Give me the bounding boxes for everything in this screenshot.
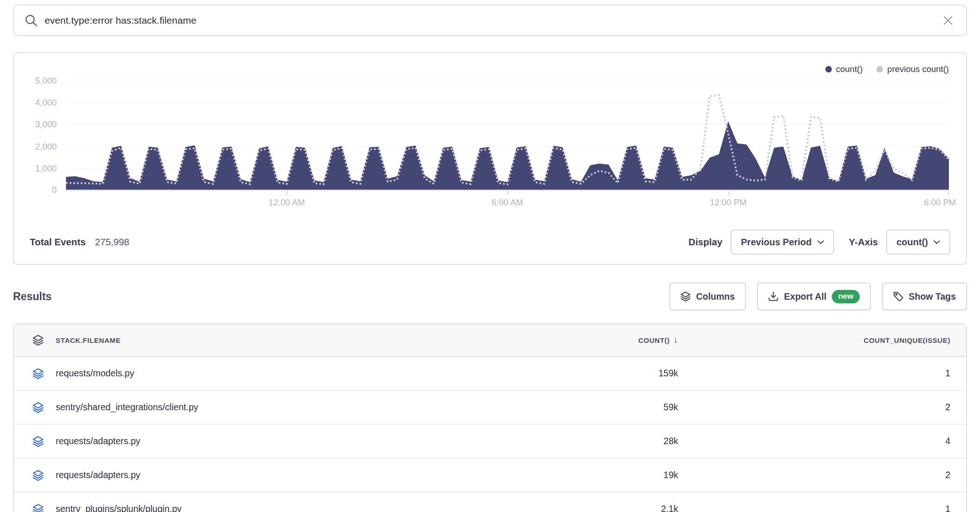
x-axis-tickmark [508, 191, 509, 195]
count-series-area [66, 121, 949, 190]
tag-icon [893, 291, 903, 302]
chart-plot-area[interactable]: 5,000 4,000 3,000 2,000 1,000 0 12:00 AM… [66, 73, 949, 190]
sort-desc-icon: ↓ [673, 335, 678, 345]
y-axis-label: Y-Axis [849, 236, 878, 248]
x-axis-tickmark [948, 191, 949, 195]
y-axis-tick: 3,000 [14, 119, 57, 130]
layers-icon [33, 335, 44, 346]
table-header-row: STACK.FILENAME COUNT()↓ COUNT_UNIQUE(ISS… [14, 324, 966, 357]
y-axis-tick: 0 [14, 185, 57, 195]
layers-icon [33, 368, 44, 379]
x-axis-line [66, 190, 949, 190]
column-header-stack-filename[interactable]: STACK.FILENAME [56, 336, 520, 344]
stack-filename-cell: requests/adapters.py [56, 436, 520, 446]
results-title: Results [13, 290, 52, 303]
count-unique-cell: 4 [678, 436, 966, 446]
show-tags-button-label: Show Tags [909, 291, 956, 302]
table-body: requests/models.py 159k 1 sentry/shared_… [14, 357, 966, 512]
stack-expand-button[interactable] [32, 401, 45, 414]
layers-icon [33, 504, 44, 512]
y-axis-tick: 2,000 [14, 142, 57, 152]
x-axis-tickmark [728, 191, 729, 195]
search-icon [24, 13, 38, 27]
count-cell: 28k [520, 436, 678, 446]
count-cell: 19k [520, 470, 678, 480]
table-row: requests/models.py 159k 1 [14, 357, 966, 391]
download-icon [768, 291, 778, 302]
chevron-down-icon [817, 240, 824, 244]
y-axis-tick: 5,000 [14, 76, 57, 86]
close-icon [942, 14, 954, 26]
layers-icon [33, 470, 44, 481]
export-all-button[interactable]: Export All new [757, 282, 870, 310]
previous-count-series-dot [876, 66, 883, 72]
stack-expand-button[interactable] [32, 469, 45, 482]
stack-expand-button[interactable] [32, 503, 45, 512]
events-chart-card: count() previous count() 5,000 4,000 3,0… [13, 52, 967, 265]
clear-search-button[interactable] [940, 13, 956, 28]
table-row: requests/adapters.py 19k 2 [14, 459, 966, 492]
count-cell: 59k [520, 402, 678, 413]
stack-filename-cell: requests/adapters.py [56, 470, 520, 480]
display-label: Display [688, 236, 722, 248]
count-cell: 159k [520, 368, 678, 379]
count-unique-cell: 2 [678, 402, 966, 413]
chevron-down-icon [934, 240, 940, 244]
count-unique-cell: 2 [678, 470, 966, 480]
display-dropdown-value: Previous Period [741, 237, 811, 248]
stack-expand-button[interactable] [32, 435, 45, 448]
table-row: requests/adapters.py 28k 4 [14, 425, 966, 459]
count-unique-cell: 1 [678, 368, 966, 379]
stack-expand-button[interactable] [32, 367, 45, 380]
x-axis-tick: 6:00 AM [492, 197, 523, 208]
count-series-dot [825, 66, 832, 72]
layers-icon [680, 291, 691, 302]
stack-filename-cell: sentry/shared_integrations/client.py [56, 402, 520, 413]
export-all-button-label: Export All [784, 291, 826, 302]
stack-column-icon-header[interactable] [20, 335, 56, 346]
y-axis-tick: 4,000 [14, 98, 57, 108]
total-events-label: Total Events [30, 236, 85, 248]
layers-icon [33, 402, 44, 413]
display-dropdown[interactable]: Previous Period [731, 230, 834, 255]
results-table: STACK.FILENAME COUNT()↓ COUNT_UNIQUE(ISS… [13, 323, 967, 512]
search-input[interactable] [45, 15, 940, 26]
results-header: Results Columns Export All new Show Tags [13, 282, 967, 310]
x-axis-tick: 6:00 PM [924, 197, 956, 208]
stack-filename-cell: requests/models.py [56, 368, 520, 379]
x-axis-tick: 12:00 PM [710, 197, 746, 208]
area-chart [66, 73, 949, 190]
y-axis-tick: 1,000 [14, 164, 57, 174]
show-tags-button[interactable]: Show Tags [882, 282, 967, 310]
column-header-count-unique[interactable]: COUNT_UNIQUE(ISSUE) [678, 336, 966, 344]
table-row: sentry_plugins/splunk/plugin.py 2.1k 1 [14, 492, 966, 512]
columns-button-label: Columns [696, 291, 735, 302]
column-header-count[interactable]: COUNT()↓ [520, 335, 678, 345]
y-axis-dropdown-value: count() [896, 237, 928, 248]
total-events-value: 275,998 [95, 236, 129, 248]
columns-button[interactable]: Columns [669, 282, 746, 310]
new-badge: new [832, 290, 859, 303]
stack-filename-cell: sentry_plugins/splunk/plugin.py [56, 504, 520, 512]
count-cell: 2.1k [520, 504, 678, 512]
x-axis-tick: 12:00 AM [268, 197, 305, 208]
search-bar [13, 5, 967, 36]
y-axis-dropdown[interactable]: count() [886, 230, 950, 255]
chart-footer: Total Events 275,998 Display Previous Pe… [30, 228, 950, 256]
count-unique-cell: 1 [678, 504, 966, 512]
layers-icon [33, 436, 44, 447]
table-row: sentry/shared_integrations/client.py 59k… [14, 391, 966, 425]
x-axis-tickmark [287, 191, 287, 195]
